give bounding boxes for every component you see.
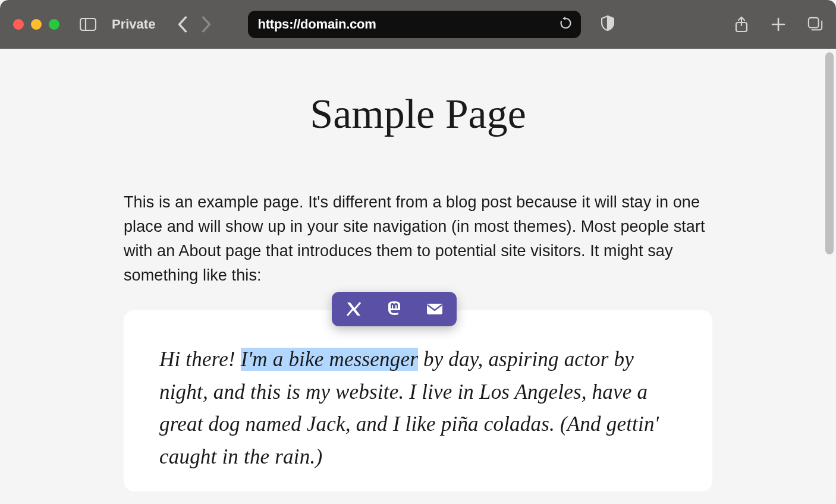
navigation-arrows bbox=[177, 16, 212, 33]
quote-before: Hi there! bbox=[159, 348, 241, 371]
sidebar-toggle-button[interactable] bbox=[80, 18, 96, 31]
address-bar[interactable]: https://domain.com bbox=[248, 11, 581, 38]
minimize-window-button[interactable] bbox=[31, 19, 42, 30]
new-tab-button[interactable] bbox=[771, 16, 786, 33]
quote-block: Hi there! I'm a bike messenger by day, a… bbox=[124, 310, 712, 491]
back-button[interactable] bbox=[177, 16, 188, 33]
page-content: Sample Page This is an example page. It'… bbox=[124, 49, 712, 492]
window-controls bbox=[13, 19, 59, 30]
share-x-icon[interactable] bbox=[345, 300, 363, 318]
privacy-shield-button[interactable] bbox=[601, 15, 614, 33]
forward-button[interactable] bbox=[200, 16, 212, 33]
intro-paragraph: This is an example page. It's different … bbox=[124, 190, 712, 288]
share-mastodon-icon[interactable] bbox=[385, 300, 403, 318]
url-text: https://domain.com bbox=[257, 17, 560, 32]
browser-toolbar: Private https://domain.com bbox=[0, 0, 836, 49]
quote-text: Hi there! I'm a bike messenger by day, a… bbox=[159, 344, 677, 473]
reload-button[interactable] bbox=[560, 17, 571, 32]
svg-rect-0 bbox=[80, 18, 96, 30]
scrollbar-thumb[interactable] bbox=[825, 52, 834, 254]
share-button[interactable] bbox=[734, 16, 749, 33]
share-email-icon[interactable] bbox=[426, 300, 444, 318]
selected-text[interactable]: I'm a bike messenger bbox=[241, 348, 418, 371]
share-popover bbox=[332, 292, 457, 326]
fullscreen-window-button[interactable] bbox=[49, 19, 59, 30]
page-title: Sample Page bbox=[124, 90, 712, 138]
toolbar-right-group bbox=[734, 16, 823, 33]
svg-rect-6 bbox=[809, 18, 819, 28]
close-window-button[interactable] bbox=[13, 19, 24, 30]
tabs-overview-button[interactable] bbox=[807, 16, 823, 33]
page-viewport: Sample Page This is an example page. It'… bbox=[0, 49, 836, 504]
private-mode-label: Private bbox=[112, 17, 155, 32]
